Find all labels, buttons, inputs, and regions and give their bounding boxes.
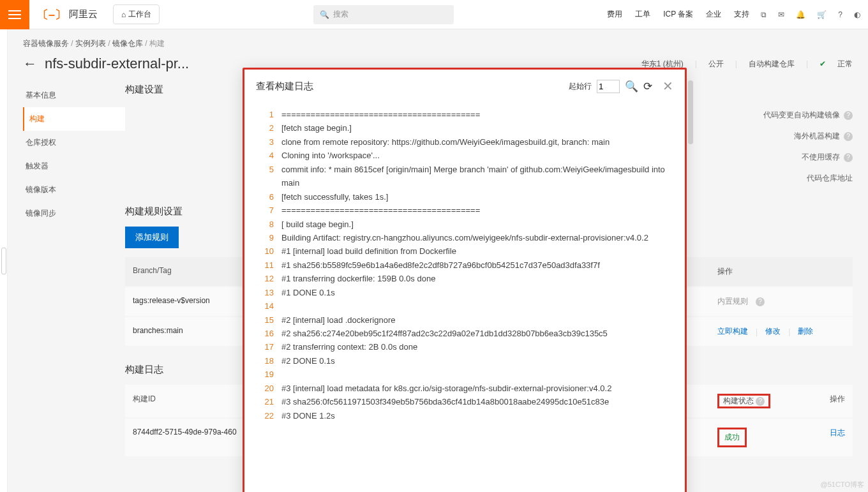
help-icon: ? (756, 397, 765, 406)
tab-build[interactable]: 构建 (23, 107, 125, 131)
col-actions: 操作 (717, 266, 845, 277)
repo-type-label: 自动构建仓库 (749, 59, 795, 70)
side-expand-handle[interactable] (0, 29, 8, 492)
log-line: 12#1 transferring dockerfile: 159B 0.0s … (256, 272, 673, 285)
home-icon: ⌂ (121, 10, 126, 19)
help-icon[interactable]: ? (844, 111, 853, 120)
col-build-status: 构建状态 (723, 396, 754, 405)
start-line-label: 起始行 (569, 81, 592, 92)
search-icon[interactable]: 🔍 (625, 80, 638, 93)
log-line: 9Building Artifact: registry.cn-hangzhou… (256, 231, 673, 244)
tab-image-sync[interactable]: 镜像同步 (23, 202, 125, 225)
page-title: nfs-subdir-external-pr... (45, 56, 236, 72)
side-tabs: 基本信息 构建 仓库授权 触发器 镜像版本 镜像同步 (23, 84, 125, 458)
log-line: 2[fetch stage begin.] (256, 121, 673, 135)
status-label: 正常 (837, 59, 853, 70)
breadcrumb: 容器镜像服务 / 实例列表 / 镜像仓库 / 构建 (23, 38, 853, 49)
tab-image-version[interactable]: 镜像版本 (23, 178, 125, 202)
workbench-label: 工作台 (128, 9, 151, 20)
log-line: 7=======================================… (256, 204, 673, 217)
log-line: 16#2 sha256:c274e20beb95c1f24ff87ad2c3c2… (256, 327, 673, 340)
tab-triggers[interactable]: 触发器 (23, 154, 125, 178)
log-line: 6[fetch successfully, takes 1s.] (256, 190, 673, 204)
top-nav: 〔–〕 阿里云 ⌂ 工作台 🔍 搜索 费用 工单 ICP 备案 企业 支持 ⧉ … (0, 0, 868, 29)
watermark: @51CTO博客 (821, 480, 864, 489)
search-placeholder: 搜索 (333, 9, 348, 20)
close-icon[interactable]: ✕ (662, 78, 673, 94)
nav-link-ticket[interactable]: 工单 (635, 9, 650, 20)
setting-auto-build: 代码变更自动构建镜像 (763, 110, 840, 121)
add-rule-button[interactable]: 添加规则 (125, 227, 179, 248)
crumb-current: 构建 (149, 39, 165, 48)
log-line: 13#1 DONE 0.1s (256, 286, 673, 299)
build-now-link[interactable]: 立即构建 (717, 326, 748, 337)
log-line: 5commit info: * main 8615cef [origin/mai… (256, 163, 673, 190)
setting-overseas: 海外机器构建 (794, 131, 840, 142)
builtin-rule-label: 内置规则 (717, 296, 748, 307)
top-icons: ⧉ ✉ 🔔 🛒 ? ◐ (761, 10, 860, 19)
log-line: 21#3 sha256:0fc5611971503f349eb5b756bda3… (256, 395, 673, 408)
cart-icon[interactable]: 🛒 (817, 10, 827, 19)
modal-title: 查看构建日志 (256, 80, 313, 93)
log-line: 17#2 transferring context: 2B 0.0s done (256, 340, 673, 354)
message-icon[interactable]: ✉ (778, 10, 784, 19)
brand-logo[interactable]: 〔–〕 阿里云 (37, 7, 98, 22)
cloud-shell-icon[interactable]: ⧉ (761, 10, 767, 19)
log-line: 10#1 [internal] load build definition fr… (256, 244, 673, 258)
tab-basic-info[interactable]: 基本信息 (23, 84, 125, 107)
visibility-label: 公开 (708, 59, 724, 70)
nav-link-enterprise[interactable]: 企业 (706, 9, 721, 20)
top-links: 费用 工单 ICP 备案 企业 支持 (607, 9, 749, 20)
log-line: 8[ build stage begin.] (256, 218, 673, 231)
nav-link-support[interactable]: 支持 (734, 9, 749, 20)
log-line: 14 (256, 299, 673, 313)
status-check-icon: ✔ (819, 59, 826, 68)
start-line-input[interactable] (597, 80, 620, 93)
build-log-modal: 查看构建日志 起始行 🔍 ⟳ ✕ 1======================… (243, 68, 687, 492)
log-line: 19 (256, 368, 673, 381)
brand-text: 阿里云 (69, 8, 98, 20)
setting-no-cache: 不使用缓存 (802, 152, 840, 163)
help-icon[interactable]: ? (844, 132, 853, 141)
status-success: 成功 (717, 428, 747, 447)
col-op: 操作 (794, 394, 845, 408)
crumb-instances[interactable]: 实例列表 (75, 39, 106, 48)
nav-link-billing[interactable]: 费用 (607, 9, 622, 20)
log-line: 18#2 DONE 0.1s (256, 354, 673, 368)
log-line: 11#1 sha256:b5589fc59e6b1a4a6ed8fe2c2df8… (256, 258, 673, 272)
bell-icon[interactable]: 🔔 (796, 10, 805, 19)
log-line: 20#3 [internal] load metadata for k8s.gc… (256, 382, 673, 395)
log-line: 15#2 [internal] load .dockerignore (256, 313, 673, 327)
refresh-icon[interactable]: ⟳ (643, 80, 652, 93)
help-icon[interactable]: ? (838, 10, 842, 19)
log-line: 3clone from remote repository: https://g… (256, 135, 673, 149)
workbench-button[interactable]: ⌂ 工作台 (113, 4, 160, 24)
log-line: 4Cloning into '/workspace'... (256, 149, 673, 162)
tab-repo-auth[interactable]: 仓库授权 (23, 131, 125, 154)
setting-repo-url: 代码仓库地址 (807, 173, 853, 184)
crumb-repo[interactable]: 镜像仓库 (112, 39, 143, 48)
search-input[interactable]: 🔍 搜索 (313, 5, 454, 24)
brand-icon: 〔–〕 (37, 7, 66, 22)
help-icon[interactable]: ? (844, 153, 853, 162)
help-icon[interactable]: ? (756, 297, 765, 306)
log-line: 1=======================================… (256, 108, 673, 121)
log-line: 22#3 DONE 1.2s (256, 409, 673, 422)
hamburger-menu[interactable] (0, 0, 29, 29)
nav-link-icp[interactable]: ICP 备案 (663, 9, 693, 20)
log-link[interactable]: 日志 (830, 428, 845, 437)
edit-link[interactable]: 修改 (765, 326, 781, 337)
crumb-service[interactable]: 容器镜像服务 (23, 39, 69, 48)
avatar-icon[interactable]: ◐ (854, 10, 860, 19)
log-body[interactable]: 1=======================================… (244, 103, 685, 492)
back-arrow-icon[interactable]: ← (23, 56, 37, 72)
delete-link[interactable]: 删除 (798, 326, 813, 337)
search-icon: 🔍 (320, 10, 329, 19)
